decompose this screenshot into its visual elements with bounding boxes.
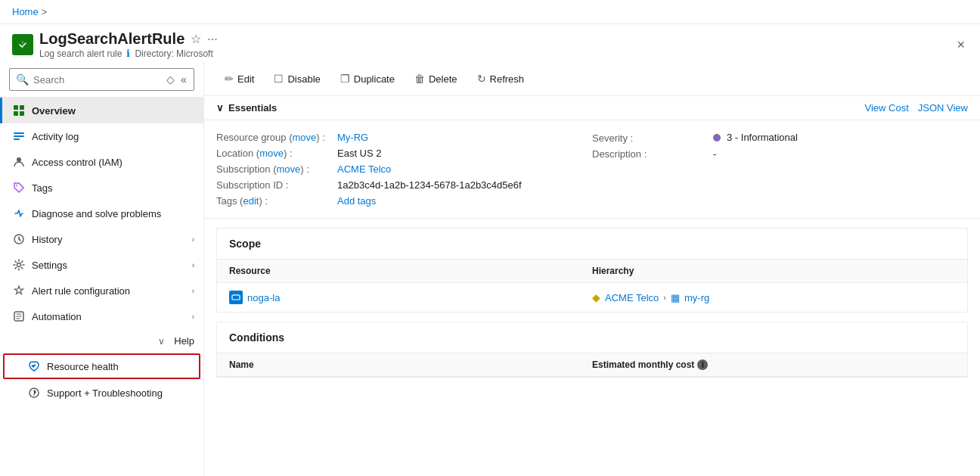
subscription-label: Subscription [216, 163, 271, 175]
duplicate-button[interactable]: ❐ Duplicate [332, 68, 403, 89]
sidebar-item-support[interactable]: Support + Troubleshooting [0, 380, 203, 406]
resource-group-value[interactable]: My-RG [337, 132, 368, 143]
alert-rule-config-chevron: › [192, 287, 194, 295]
hierarchy-cell: ◆ ACME Telco › ▦ my-rg [592, 291, 955, 303]
sidebar-item-help[interactable]: ∨ Help [0, 329, 203, 353]
resource-health-icon [27, 359, 41, 373]
description-value: - [713, 148, 716, 160]
severity-label: Severity [592, 132, 628, 144]
conditions-cost-info-icon[interactable]: i [697, 359, 708, 370]
directory-label: Directory: Microsoft [135, 48, 212, 59]
svg-rect-2 [20, 105, 24, 110]
tags-label: Tags [216, 195, 237, 207]
essentials-title-label: Essentials [228, 102, 277, 114]
sidebar-search-area: 🔍 ◇ « [0, 62, 203, 98]
access-control-label: Access control (IAM) [32, 157, 122, 168]
sidebar-collapse-button[interactable]: « [179, 72, 188, 87]
close-button[interactable]: × [954, 34, 968, 56]
subscription-id-row: Subscription ID : 1a2b3c4d-1a2b-1234-567… [216, 177, 592, 193]
overview-icon [12, 104, 26, 117]
tags-row: Tags (edit) : Add tags [216, 193, 592, 209]
star-icon[interactable]: ☆ [191, 32, 201, 46]
location-row: Location (move) : East US 2 [216, 145, 592, 161]
subscription-move-link[interactable]: move [277, 163, 301, 175]
svg-point-8 [17, 157, 21, 162]
settings-icon [12, 258, 26, 272]
support-label: Support + Troubleshooting [47, 387, 163, 399]
tags-add-link[interactable]: Add tags [337, 195, 376, 207]
overview-label: Overview [32, 105, 76, 117]
subscription-row: Subscription (move) : ACME Telco [216, 161, 592, 177]
severity-row: Severity : 3 - Informational [592, 129, 968, 146]
sidebar-item-resource-health[interactable]: Resource health [3, 353, 200, 379]
svg-rect-4 [20, 111, 24, 116]
scope-col-resource: Resource [229, 266, 592, 276]
sidebar-item-history[interactable]: History › [0, 226, 203, 252]
conditions-header: Conditions [217, 322, 967, 353]
resource-group-move-link[interactable]: move [292, 132, 316, 143]
scope-resource-name[interactable]: noga-la [247, 292, 280, 303]
sidebar-item-overview[interactable]: Overview [0, 98, 203, 123]
scope-table-row: noga-la ◆ ACME Telco › ▦ my-rg [217, 283, 967, 312]
breadcrumb: Home > [0, 0, 980, 24]
hierarchy-rg-name[interactable]: my-rg [684, 292, 709, 303]
essentials-chevron: ∨ [216, 102, 224, 114]
subscription-value[interactable]: ACME Telco [337, 163, 391, 175]
description-row: Description : - [592, 146, 968, 162]
history-chevron: › [192, 235, 194, 244]
subscription-id-label: Subscription ID [216, 179, 283, 191]
hierarchy-separator: › [663, 293, 666, 302]
tags-edit-link[interactable]: edit [243, 195, 259, 207]
hierarchy-org-name[interactable]: ACME Telco [605, 292, 659, 303]
home-link[interactable]: Home [12, 6, 39, 17]
hierarchy-org-icon: ◆ [592, 291, 600, 303]
history-icon [12, 232, 26, 246]
scope-resource-cell: noga-la [229, 291, 592, 304]
severity-dot [713, 134, 721, 142]
activity-log-label: Activity log [32, 131, 79, 142]
search-input[interactable] [33, 74, 160, 86]
sidebar-item-activity-log[interactable]: Activity log [0, 123, 203, 149]
scope-table: Resource Hierarchy noga-la ◆ [217, 260, 967, 312]
sidebar: 🔍 ◇ « Overview [0, 62, 204, 476]
essentials-toggle[interactable]: ∨ Essentials [216, 102, 277, 114]
svg-rect-0 [17, 39, 28, 50]
resource-health-label: Resource health [47, 361, 119, 372]
resource-subtitle: Log search alert rule ℹ Directory: Micro… [39, 48, 218, 59]
location-move-link[interactable]: move [259, 148, 284, 159]
edit-button[interactable]: ✏ Edit [216, 68, 262, 89]
settings-chevron: › [192, 261, 194, 269]
sidebar-item-access-control[interactable]: Access control (IAM) [0, 149, 203, 175]
more-icon[interactable]: ··· [207, 33, 217, 46]
sidebar-item-automation[interactable]: Automation › [0, 303, 203, 329]
conditions-table-header: Name Estimated monthly cost i [217, 353, 967, 377]
resource-type-label: Log search alert rule [39, 48, 122, 59]
subscription-id-value: 1a2b3c4d-1a2b-1234-5678-1a2b3c4d5e6f [337, 179, 522, 191]
sidebar-filter-button[interactable]: ◇ [165, 72, 176, 87]
description-label: Description [592, 148, 641, 160]
essentials-links: View Cost JSON View [864, 102, 968, 114]
sidebar-item-tags[interactable]: Tags [0, 175, 203, 201]
json-view-link[interactable]: JSON View [918, 102, 968, 114]
help-label: Help [174, 335, 194, 347]
resource-header: LogSearchAlertRule ☆ ··· Log search aler… [0, 24, 980, 62]
delete-button[interactable]: 🗑 Delete [406, 68, 466, 89]
view-cost-link[interactable]: View Cost [864, 102, 908, 114]
content-area: ✏ Edit ☐ Disable ❐ Duplicate 🗑 Delete ↻ [204, 62, 980, 476]
sidebar-item-settings[interactable]: Settings › [0, 252, 203, 278]
tags-icon [12, 181, 26, 194]
svg-rect-1 [14, 105, 18, 110]
scope-section: Scope Resource Hierarchy noga-la [216, 228, 968, 313]
sidebar-item-diagnose[interactable]: Diagnose and solve problems [0, 201, 203, 226]
content-scroll: ∨ Essentials View Cost JSON View Resourc… [204, 96, 980, 476]
resource-name: LogSearchAlertRule [39, 30, 185, 48]
toolbar: ✏ Edit ☐ Disable ❐ Duplicate 🗑 Delete ↻ [204, 62, 980, 96]
sidebar-item-alert-rule-config[interactable]: Alert rule configuration › [0, 278, 203, 303]
duplicate-icon: ❐ [340, 73, 350, 85]
conditions-section: Conditions Name Estimated monthly cost i [216, 322, 968, 378]
diagnose-icon [12, 207, 26, 220]
scope-col-hierarchy: Hierarchy [592, 266, 955, 276]
settings-label: Settings [32, 260, 67, 271]
refresh-button[interactable]: ↻ Refresh [469, 68, 533, 89]
disable-button[interactable]: ☐ Disable [265, 68, 328, 89]
